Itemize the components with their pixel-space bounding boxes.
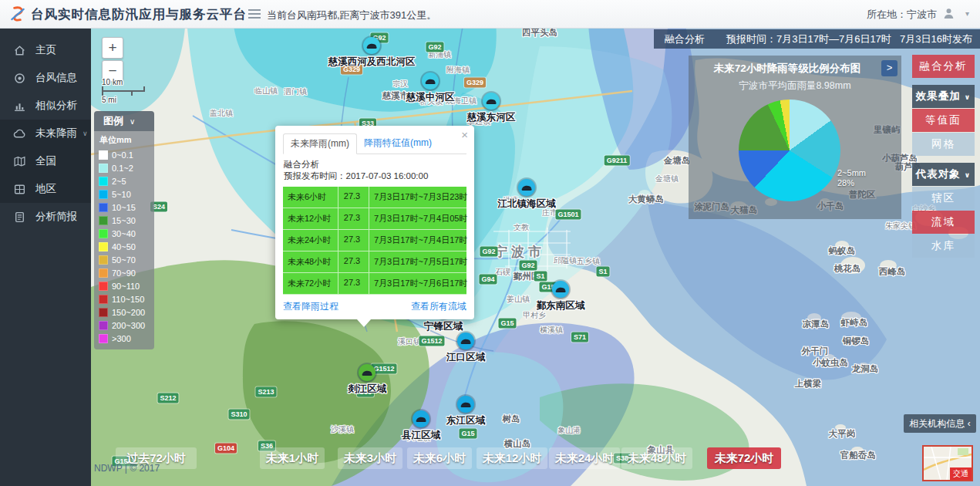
expand-panel-button[interactable]: >: [881, 60, 897, 76]
user-icon[interactable]: [942, 7, 955, 20]
fusion-analysis-button[interactable]: 融合分析: [912, 55, 975, 78]
close-icon[interactable]: ×: [461, 128, 468, 141]
topbar-published-label: 7月3日16时发布: [900, 32, 972, 46]
legend-range-label: 40~50: [112, 242, 136, 251]
legend-item: 0.1~2: [99, 161, 150, 174]
map-place-label: 外干门: [802, 346, 829, 357]
pie-callout-label: 2~5mm: [837, 168, 866, 178]
region-marker[interactable]: [518, 179, 535, 196]
sidebar-item-label: 相似分析: [35, 99, 77, 113]
rainfall-table-row: 未来72小时27.37月3日17时~7月6日17时: [283, 273, 466, 295]
car-icon: [457, 332, 474, 349]
sidebar-item-label: 主页: [35, 43, 56, 57]
app-title: 台风实时信息防汛应用与服务云平台: [31, 6, 247, 23]
map-place-label: 沙溪镇: [331, 424, 354, 435]
region-marker-label[interactable]: 县江区域: [402, 429, 440, 442]
legend-range-label: 110~150: [112, 295, 144, 304]
map-place-label: 邱隘镇: [554, 255, 577, 266]
time-range-button[interactable]: 未来12小时: [477, 447, 547, 469]
legend-range-label: 0~0.1: [112, 150, 133, 160]
map-place-label: 大平岗: [829, 428, 856, 440]
time-range-button[interactable]: 未来24小时: [549, 447, 620, 469]
legend-color-swatch: [99, 334, 108, 343]
time-range-button[interactable]: 未来6小时: [407, 447, 472, 469]
legend-range-label: 150~200: [112, 308, 145, 317]
reservoir-button[interactable]: 水库: [912, 235, 975, 258]
region-marker[interactable]: [457, 396, 474, 413]
tab-future-rain[interactable]: 未来降雨(mm): [283, 133, 357, 154]
car-icon: [422, 73, 439, 89]
hamburger-menu-icon[interactable]: [248, 9, 261, 19]
view-rain-process-link[interactable]: 查看降雨过程: [283, 300, 338, 313]
region-marker-label[interactable]: 江北镇海区域: [498, 197, 556, 211]
view-all-basins-link[interactable]: 查看所有流域: [411, 300, 466, 313]
map-place-label: 虾峙岛: [841, 317, 868, 329]
chevron-down-icon: ∨: [130, 117, 135, 126]
region-marker-label[interactable]: 江口区域: [446, 351, 485, 364]
chevron-down-icon: ∨: [965, 93, 971, 101]
region-marker-label[interactable]: 慈溪东河区: [467, 111, 516, 124]
legend-range-label: 30~40: [112, 229, 136, 238]
region-marker[interactable]: [552, 281, 569, 298]
district-button[interactable]: 辖区: [912, 187, 975, 210]
scale-mi-label: 5 mi: [102, 96, 145, 104]
map-place-label: 铜锣岛: [843, 336, 870, 347]
rainfall-table-row: 未来6小时27.37月3日17时~7月3日23时: [283, 187, 466, 208]
range-cell: 7月3日17时~7月6日17时: [369, 273, 470, 294]
map-place-label: 宗汉: [392, 79, 408, 89]
legend-header[interactable]: 图例∨: [94, 111, 154, 131]
region-marker[interactable]: [363, 37, 380, 54]
region-marker[interactable]: [457, 332, 474, 349]
minimap-inset[interactable]: 交通: [922, 445, 973, 481]
region-marker[interactable]: [422, 73, 439, 89]
road-badge: G92: [426, 42, 443, 52]
region-marker-label[interactable]: 慈溪中河区: [406, 91, 455, 104]
map-place-label: 慈溪市: [382, 90, 409, 102]
zoom-in-button[interactable]: +: [102, 37, 123, 59]
time-range-button[interactable]: 未来72小时: [707, 447, 781, 469]
sidebar-item-national[interactable]: 全国: [0, 147, 91, 175]
related-agency-button[interactable]: 相关机构信息 ‹: [904, 414, 976, 433]
app-window: 宁波市慈溪市鄞州区象山县普陀区金塘岛大黄蟒岛涂泥门岛大猫岛小千岛蚂蚁岛桃花岛西峰…: [0, 0, 980, 486]
tab-rain-feature[interactable]: 降雨特征值(mm): [357, 133, 439, 154]
region-marker-label[interactable]: 慈溪西河及西北河区: [328, 56, 416, 69]
map-place-label: 金塘岛: [664, 155, 691, 167]
map-place-label: 姜山镇: [507, 294, 530, 305]
map-place-label: 上横梁: [795, 378, 822, 390]
region-marker[interactable]: [359, 364, 375, 381]
map-place-label: 横溪镇: [540, 325, 563, 336]
car-icon: [552, 281, 569, 298]
basin-button[interactable]: 流域: [912, 211, 975, 234]
map-attribution: NDWP | © 2017: [94, 463, 160, 474]
region-marker-label[interactable]: 剡江区域: [348, 383, 386, 396]
sidebar-item-similar-analysis[interactable]: 相似分析: [0, 92, 91, 120]
sidebar-item-region[interactable]: 地区: [0, 175, 91, 203]
sidebar-nav: 主页台风信息相似分析未来降雨∨全国地区分析简报: [0, 29, 91, 486]
isosurface-button[interactable]: 等值面: [912, 109, 975, 132]
time-range-button[interactable]: 未来48小时: [621, 447, 692, 469]
sidebar-item-analysis-report[interactable]: 分析简报: [0, 203, 91, 231]
road-badge: G92: [480, 247, 497, 257]
sidebar-item-home[interactable]: 主页: [0, 36, 91, 64]
time-range-button[interactable]: 未来3小时: [338, 447, 402, 469]
grid-button[interactable]: 网格: [912, 133, 975, 156]
sidebar-item-future-rain[interactable]: 未来降雨∨: [0, 120, 91, 147]
time-range-button[interactable]: 未来1小时: [260, 447, 325, 469]
region-marker[interactable]: [483, 93, 500, 110]
region-marker[interactable]: [413, 410, 429, 427]
overlay-effect-header[interactable]: 效果叠加∨: [912, 85, 975, 108]
legend-range-label: 70~90: [112, 268, 136, 278]
car-icon: [483, 93, 500, 110]
sidebar-item-typhoon-info[interactable]: 台风信息: [0, 64, 91, 92]
pie-slice-callout: 2~5mm 28%: [837, 168, 866, 188]
period-cell: 未来48小时: [283, 251, 338, 272]
chart-icon: [13, 100, 27, 113]
pie-callout-value: 28%: [837, 178, 866, 188]
represent-object-header[interactable]: 代表对象∨: [912, 163, 975, 186]
map-place-label: 官船岙岛: [840, 450, 876, 461]
region-marker-label[interactable]: 东江区域: [446, 414, 485, 427]
chevron-down-icon[interactable]: ▾: [965, 9, 969, 18]
region-marker-label[interactable]: 鄞东南区域: [537, 299, 585, 312]
region-marker-label[interactable]: 宁锋区域: [424, 320, 463, 333]
rainfall-table-row: 未来24小时27.37月3日17时~7月4日17时: [283, 230, 466, 251]
